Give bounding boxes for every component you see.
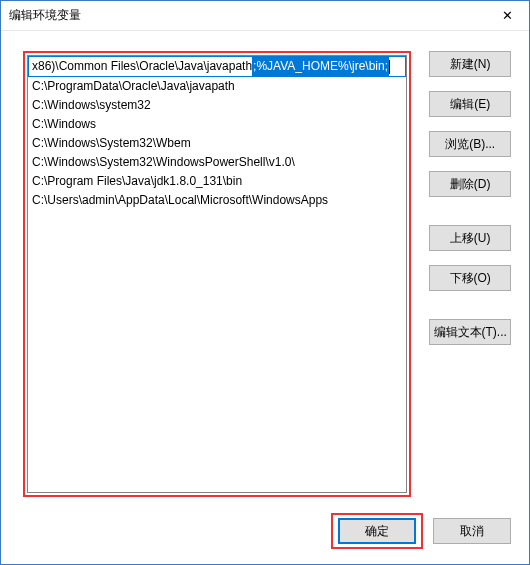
cancel-button[interactable]: 取消 xyxy=(433,518,511,544)
list-item[interactable]: C:\ProgramData\Oracle\Java\javapath xyxy=(28,77,406,96)
edit-text-prefix: x86)\Common Files\Oracle\Java\javapath xyxy=(32,57,252,76)
titlebar: 编辑环境变量 ✕ xyxy=(1,1,529,31)
list-item[interactable]: C:\Program Files\Java\jdk1.8.0_131\bin xyxy=(28,172,406,191)
ok-highlight-frame: 确定 xyxy=(331,513,423,549)
list-item-editing[interactable]: x86)\Common Files\Oracle\Java\javapath;%… xyxy=(28,56,406,77)
listbox-highlight-frame: x86)\Common Files\Oracle\Java\javapath;%… xyxy=(23,51,411,497)
close-icon: ✕ xyxy=(502,8,513,23)
button-column: 新建(N) 编辑(E) 浏览(B)... 删除(D) 上移(U) 下移(O) 编… xyxy=(429,51,511,497)
dialog-content: x86)\Common Files\Oracle\Java\javapath;%… xyxy=(1,31,529,513)
ok-button[interactable]: 确定 xyxy=(338,518,416,544)
list-item[interactable]: C:\Windows\system32 xyxy=(28,96,406,115)
dialog-window: 编辑环境变量 ✕ x86)\Common Files\Oracle\Java\j… xyxy=(0,0,530,565)
delete-button[interactable]: 删除(D) xyxy=(429,171,511,197)
spacer xyxy=(429,305,511,319)
path-listbox[interactable]: x86)\Common Files\Oracle\Java\javapath;%… xyxy=(27,55,407,493)
edittext-button[interactable]: 编辑文本(T)... xyxy=(429,319,511,345)
moveup-button[interactable]: 上移(U) xyxy=(429,225,511,251)
new-button[interactable]: 新建(N) xyxy=(429,51,511,77)
spacer xyxy=(429,211,511,225)
movedown-button[interactable]: 下移(O) xyxy=(429,265,511,291)
list-item[interactable]: C:\Windows xyxy=(28,115,406,134)
close-button[interactable]: ✕ xyxy=(485,1,529,31)
text-caret xyxy=(389,60,390,74)
edit-text-selection: ;%JAVA_HOME%\jre\bin; xyxy=(252,57,389,76)
edit-button[interactable]: 编辑(E) xyxy=(429,91,511,117)
list-item[interactable]: C:\Users\admin\AppData\Local\Microsoft\W… xyxy=(28,191,406,210)
list-item[interactable]: C:\Windows\System32\Wbem xyxy=(28,134,406,153)
browse-button[interactable]: 浏览(B)... xyxy=(429,131,511,157)
list-item[interactable]: C:\Windows\System32\WindowsPowerShell\v1… xyxy=(28,153,406,172)
window-title: 编辑环境变量 xyxy=(9,7,485,24)
dialog-footer: 确定 取消 xyxy=(1,513,529,565)
